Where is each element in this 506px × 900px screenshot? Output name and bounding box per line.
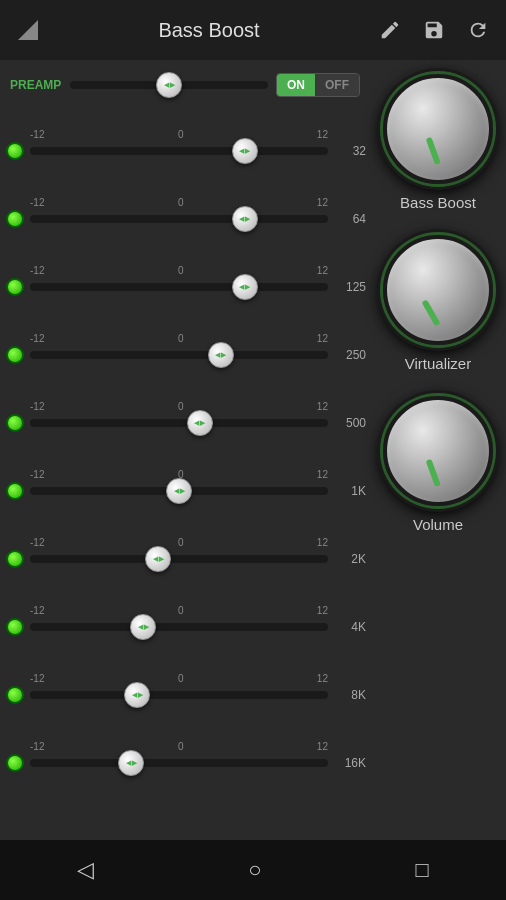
eq-band-row-1K: -120121K [0,450,370,518]
slider-thumb-16K[interactable] [118,750,144,776]
bass-boost-indicator [426,137,441,165]
eq-panel: PREAMP ON OFF -1201232-1201264-12012125-… [0,60,370,840]
slider-wrap-32[interactable] [30,147,328,155]
slider-track-500 [30,419,328,427]
band-freq-125: 125 [334,280,366,294]
preamp-label: PREAMP [10,78,70,92]
band-freq-64: 64 [334,212,366,226]
slider-track-64 [30,215,328,223]
slider-thumb-500[interactable] [187,410,213,436]
volume-knob-ring[interactable] [379,392,497,510]
signal-icon [10,12,46,48]
slider-wrap-2K[interactable] [30,555,328,563]
band-mid-label-125: 0 [178,265,184,276]
band-dot-8K [6,686,24,704]
band-max-label-8K: 12 [317,673,328,684]
band-dot-2K [6,550,24,568]
band-dot-32 [6,142,24,160]
slider-wrap-250[interactable] [30,351,328,359]
volume-label: Volume [413,516,463,533]
virtualizer-knob-ring[interactable] [379,231,497,349]
slider-thumb-250[interactable] [208,342,234,368]
refresh-icon[interactable] [460,12,496,48]
volume-section: Volume [379,392,497,533]
slider-wrap-500[interactable] [30,419,328,427]
band-mid-label-8K: 0 [178,673,184,684]
slider-wrap-64[interactable] [30,215,328,223]
band-freq-4K: 4K [334,620,366,634]
slider-track-2K [30,555,328,563]
band-mid-label-2K: 0 [178,537,184,548]
slider-thumb-8K[interactable] [124,682,150,708]
preamp-track [70,81,268,89]
eq-band-row-500: -12012500 [0,382,370,450]
preamp-slider[interactable] [70,70,268,100]
band-dot-500 [6,414,24,432]
band-dot-64 [6,210,24,228]
eq-band-row-125: -12012125 [0,246,370,314]
band-dot-1K [6,482,24,500]
slider-thumb-125[interactable] [232,274,258,300]
preamp-thumb[interactable] [156,72,182,98]
virtualizer-label: Virtualizer [405,355,471,372]
slider-thumb-1K[interactable] [166,478,192,504]
bass-boost-section: Bass Boost [379,70,497,211]
slider-wrap-4K[interactable] [30,623,328,631]
band-max-label-250: 12 [317,333,328,344]
band-dot-4K [6,618,24,636]
off-button[interactable]: OFF [315,74,359,96]
app-title: Bass Boost [46,19,372,42]
band-min-label-500: -12 [30,401,44,412]
band-dot-250 [6,346,24,364]
virtualizer-indicator [421,299,440,326]
virtualizer-knob[interactable] [383,235,493,345]
recent-nav-icon[interactable]: □ [416,857,429,883]
eq-band-row-32: -1201232 [0,110,370,178]
band-max-label-1K: 12 [317,469,328,480]
slider-thumb-2K[interactable] [145,546,171,572]
slider-track-32 [30,147,328,155]
band-min-label-64: -12 [30,197,44,208]
slider-thumb-64[interactable] [232,206,258,232]
eq-bands: -1201232-1201264-12012125-12012250-12012… [0,110,370,790]
slider-wrap-1K[interactable] [30,487,328,495]
band-freq-2K: 2K [334,552,366,566]
band-freq-1K: 1K [334,484,366,498]
eq-band-row-8K: -120128K [0,654,370,722]
band-max-label-32: 12 [317,129,328,140]
slider-wrap-8K[interactable] [30,691,328,699]
band-mid-label-250: 0 [178,333,184,344]
volume-knob[interactable] [383,396,493,506]
bass-boost-knob-ring[interactable] [379,70,497,188]
slider-track-8K [30,691,328,699]
band-min-label-8K: -12 [30,673,44,684]
band-mid-label-32: 0 [178,129,184,140]
band-freq-32: 32 [334,144,366,158]
eq-band-row-16K: -1201216K [0,722,370,790]
slider-track-1K [30,487,328,495]
on-button[interactable]: ON [277,74,315,96]
slider-thumb-4K[interactable] [130,614,156,640]
edit-icon[interactable] [372,12,408,48]
virtualizer-section: Virtualizer [379,231,497,372]
bass-boost-knob[interactable] [383,74,493,184]
band-freq-500: 500 [334,416,366,430]
eq-band-row-250: -12012250 [0,314,370,382]
slider-thumb-32[interactable] [232,138,258,164]
band-freq-16K: 16K [334,756,366,770]
slider-wrap-16K[interactable] [30,759,328,767]
back-nav-icon[interactable]: ◁ [77,857,94,883]
on-off-toggle[interactable]: ON OFF [276,73,360,97]
home-nav-icon[interactable]: ○ [248,857,261,883]
slider-wrap-125[interactable] [30,283,328,291]
eq-band-row-4K: -120124K [0,586,370,654]
slider-track-250 [30,351,328,359]
band-min-label-125: -12 [30,265,44,276]
volume-indicator [426,459,441,487]
band-max-label-16K: 12 [317,741,328,752]
band-min-label-250: -12 [30,333,44,344]
svg-marker-0 [18,20,38,40]
eq-band-row-2K: -120122K [0,518,370,586]
app-header: Bass Boost [0,0,506,60]
save-icon[interactable] [416,12,452,48]
